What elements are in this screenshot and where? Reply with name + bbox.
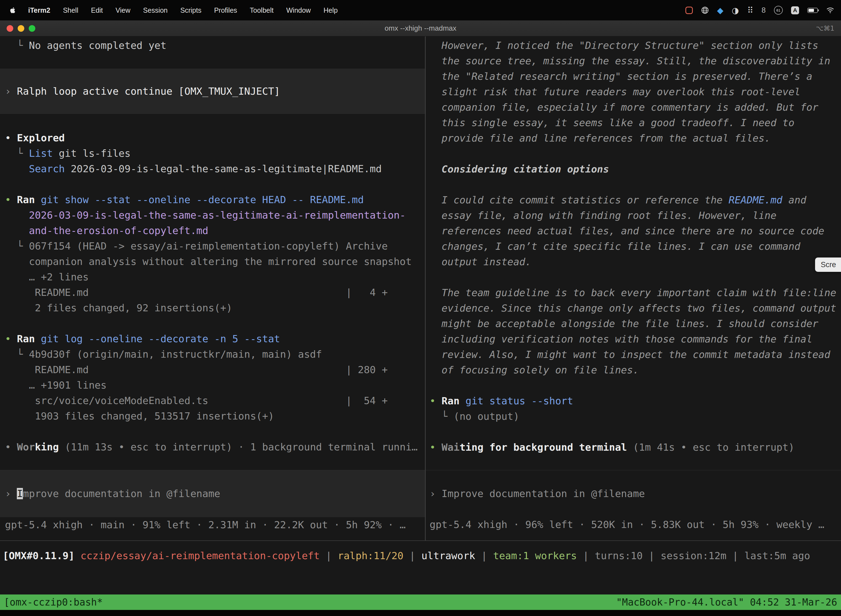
- blue-app-icon[interactable]: ◆: [717, 6, 724, 15]
- letter-a-app-icon[interactable]: A: [791, 6, 799, 14]
- terminal-line: [5, 316, 425, 331]
- text-segment: essay file, along with finding root file…: [429, 210, 777, 221]
- app-icon-8[interactable]: 8: [762, 6, 766, 15]
- terminal-line: [5, 53, 425, 69]
- terminal-line: [429, 378, 841, 393]
- wifi-icon[interactable]: [826, 7, 834, 13]
- prompt-input-left-text: › Improve documentation in @filename: [5, 486, 220, 502]
- text-segment: team:1 workers: [493, 550, 577, 561]
- terminal-line: 2 files changed, 92 insertions(+): [5, 300, 425, 316]
- text-segment: provide file and line references from th…: [429, 132, 771, 144]
- text-segment: git log --oneline --decorate -n 5 --stat: [41, 333, 280, 345]
- text-segment: might be acceptable alongside the file l…: [429, 318, 818, 329]
- text-segment: turns:10: [595, 550, 643, 561]
- screen-recording-icon[interactable]: [686, 7, 693, 14]
- text-segment: ›: [429, 488, 441, 499]
- text-segment: |: [643, 550, 661, 561]
- menubar: iTerm2 ShellEditViewSessionScriptsProfil…: [0, 0, 841, 21]
- apple-menu-icon[interactable]: [10, 7, 15, 13]
- terminal-line: of focusing solely on file lines.: [429, 362, 841, 378]
- menu-profiles[interactable]: Profiles: [214, 6, 237, 14]
- terminal-line: [429, 270, 841, 285]
- menu-toolbelt[interactable]: Toolbelt: [250, 6, 273, 14]
- tmux-session-label: [omx-cczip0:bash*: [4, 597, 103, 608]
- text-segment: |: [475, 550, 493, 561]
- terminal-line: [429, 177, 841, 192]
- terminal-line: I could cite commit statistics or refere…: [429, 192, 841, 208]
- screen: iTerm2 ShellEditViewSessionScriptsProfil…: [0, 0, 841, 616]
- prompt-input-right: › Improve documentation in @filename: [429, 486, 841, 502]
- menu-window[interactable]: Window: [286, 6, 311, 14]
- globe-icon[interactable]: [701, 6, 709, 14]
- text-segment: •: [429, 441, 441, 453]
- text-segment: (no output): [454, 411, 519, 422]
- text-segment: the source tree, missing the essay. Stil…: [429, 55, 830, 66]
- menu-edit[interactable]: Edit: [91, 6, 103, 14]
- text-segment: Ran: [17, 194, 41, 205]
- text-segment: (1m 41s • esc to interrupt): [627, 441, 794, 453]
- screen-share-tooltip[interactable]: Scre: [815, 258, 841, 272]
- status-line-left: gpt-5.4 xhigh · main · 91% left · 2.31M …: [5, 517, 425, 532]
- text-segment: git status --short: [466, 395, 573, 406]
- tmux-host-clock: "MacBook-Pro-44.local" 04:52 31-Mar-26: [616, 597, 837, 608]
- text-segment: last:5m ago: [744, 550, 810, 561]
- terminal-line: └ No agents completed yet: [5, 38, 425, 53]
- text-segment: review. Also, I might want to inspect th…: [429, 349, 830, 360]
- window-title: omx --xhigh --madmax: [0, 24, 841, 32]
- zoom-button[interactable]: [29, 25, 35, 32]
- terminal-line: [5, 114, 425, 130]
- terminal-line: • Ran git status --short: [429, 393, 841, 409]
- dots-grid-icon[interactable]: ⠿: [747, 6, 753, 15]
- menu-view[interactable]: View: [116, 6, 130, 14]
- text-segment: Improve documentation in @filename: [441, 488, 645, 499]
- text-segment: including verification notes with those …: [429, 333, 812, 345]
- text-segment: ralph:11/20: [338, 550, 403, 561]
- menu-help[interactable]: Help: [323, 6, 337, 14]
- text-segment: However, I noticed the "Directory Struct…: [429, 40, 818, 51]
- terminal-line: 2026-03-09-is-legal-the-same-as-legitima…: [5, 208, 425, 223]
- text-segment: the "Related research writing" section i…: [429, 70, 812, 82]
- terminal-line: • Ran git show --stat --oneline --decora…: [5, 192, 425, 208]
- text-segment: |: [320, 550, 338, 561]
- menubar-app-name[interactable]: iTerm2: [28, 6, 50, 14]
- minimize-button[interactable]: [18, 25, 24, 32]
- text-segment: Explored: [17, 132, 64, 144]
- text-segment: companion analysis without altering the …: [5, 256, 412, 267]
- window-titlebar[interactable]: omx --xhigh --madmax ⌥⌘1: [0, 21, 841, 37]
- working-status-line: • Working (11m 13s • esc to interrupt) ·…: [5, 439, 425, 455]
- text-segment: slight risk that future readers may over…: [429, 86, 800, 97]
- text-segment: this single essay, it seems like a good …: [429, 117, 794, 128]
- menu-scripts[interactable]: Scripts: [180, 6, 201, 14]
- text-segment: gpt-5.4 xhigh · 96% left · 520K in · 5.8…: [429, 519, 824, 530]
- tmux-pane-right: However, I noticed the "Directory Struct…: [426, 37, 841, 540]
- circle-app-icon[interactable]: ◑: [732, 6, 739, 15]
- text-segment: Search: [29, 163, 65, 175]
- text-segment: Wai: [441, 441, 459, 453]
- text-segment: README.md: [729, 194, 782, 205]
- text-segment: List: [29, 148, 53, 159]
- text-segment: [OMX#0.11.9]: [3, 550, 81, 561]
- close-button[interactable]: [7, 25, 13, 32]
- tmux-status-bar: [omx-cczip0:bash* "MacBook-Pro-44.local"…: [0, 594, 841, 610]
- menu-shell[interactable]: Shell: [63, 6, 78, 14]
- terminal-line: └ (no output): [429, 409, 841, 424]
- battery-gauge-icon[interactable]: 61: [774, 6, 783, 15]
- text-segment: and-the-erosion-of-copyleft.md: [5, 225, 208, 236]
- ralph-inject-box[interactable]: › Ralph loop active continue [OMX_TMUX_I…: [0, 69, 425, 114]
- terminal-line: └ List git ls-files: [5, 146, 425, 161]
- text-segment: evidence. Since this change only affects…: [429, 302, 836, 314]
- prompt-input-left[interactable]: › Improve documentation in @filename: [0, 470, 425, 517]
- text-segment: •: [5, 132, 17, 144]
- terminal-line: the source tree, missing the essay. Stil…: [429, 53, 841, 69]
- status-line-right: gpt-5.4 xhigh · 96% left · 520K in · 5.8…: [429, 517, 841, 532]
- text-segment: README.md | 4 +: [5, 287, 388, 298]
- text-segment: •: [5, 441, 17, 453]
- text-segment: └: [5, 241, 29, 252]
- terminal-line: … +2 lines: [5, 269, 425, 285]
- menu-session[interactable]: Session: [143, 6, 168, 14]
- terminal-line: … +1901 lines: [5, 378, 425, 393]
- text-segment: gpt-5.4 xhigh · main · 91% left · 2.31M …: [5, 519, 406, 531]
- text-segment: The team guideline is to back every impo…: [429, 287, 836, 298]
- battery-icon[interactable]: [807, 8, 818, 13]
- waiting-status-line: • Waiting for background terminal (1m 41…: [429, 440, 841, 455]
